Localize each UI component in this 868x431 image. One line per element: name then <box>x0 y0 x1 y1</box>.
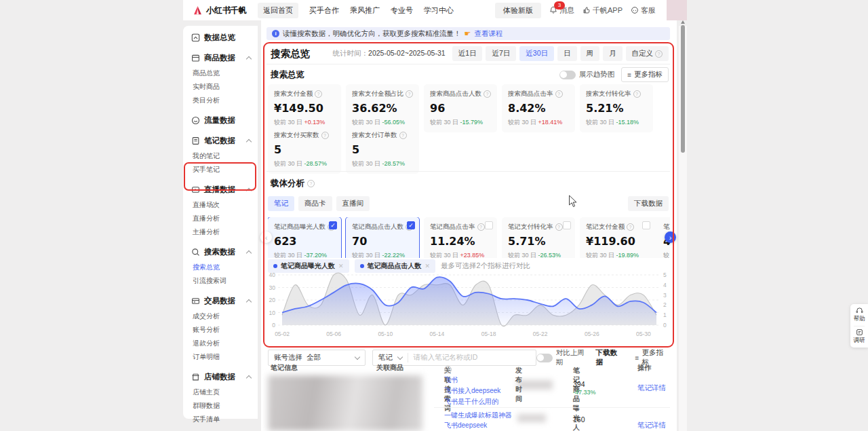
range-7d[interactable]: 近7日 <box>486 46 516 61</box>
sidebar-item-live-data[interactable]: 直播数据 <box>191 184 251 195</box>
range-30d[interactable]: 近30日 <box>519 46 554 61</box>
note-detail-link[interactable]: 笔记详情 <box>637 421 666 430</box>
row-divider <box>434 407 670 408</box>
sidebar-item-account-analysis[interactable]: 账号分析 <box>193 325 224 335</box>
metric-card[interactable]: 笔记支付转化率? 5.71% 较前 30 日 -26.53% <box>502 217 575 258</box>
metric-card[interactable]: 搜索商品点击率? 8.42% 较前 30 日 +18.41% <box>502 84 575 132</box>
carousel-prev-button[interactable]: ‹ <box>260 231 272 243</box>
metric-card[interactable]: 搜索商品点击人数? 96 较前 30 日 -15.79% <box>424 84 497 132</box>
sidebar-item-product-overview[interactable]: 商品总览 <box>193 69 224 78</box>
svg-text:1: 1 <box>663 312 667 318</box>
metric-value: 5.21% <box>586 102 647 115</box>
sidebar-item-order-detail[interactable]: 订单明细 <box>193 352 224 362</box>
sidebar-item-live-sessions[interactable]: 直播场次 <box>193 200 224 210</box>
help-button[interactable]: 帮助 <box>854 307 865 323</box>
tab-note[interactable]: 笔记 <box>268 196 294 211</box>
sidebar-item-buyer-notes[interactable]: 买手笔记 <box>193 165 224 174</box>
carousel-next-button[interactable]: › <box>665 231 676 243</box>
keyword-link[interactable]: 飞书 <box>444 375 458 385</box>
range-week[interactable]: 周 <box>580 46 600 61</box>
section-header: 搜索总览 统计时间：2025-05-02~2025-05-31 近1日 近7日 … <box>271 45 669 62</box>
publish-time-blurred <box>517 380 553 390</box>
sidebar-item-traffic-keywords[interactable]: 引流搜索词 <box>193 276 224 286</box>
sidebar-item-anchor-analysis[interactable]: 主播分析 <box>193 227 224 237</box>
chevron-up-icon[interactable] <box>246 187 252 193</box>
avatar[interactable] <box>667 0 687 20</box>
svg-text:5: 5 <box>663 271 667 278</box>
metric-card[interactable]: 笔记商品点击率? 11.24% 较前 30 日 +23.85% <box>424 217 497 258</box>
svg-text:30: 30 <box>269 284 276 291</box>
metric-value: 623 <box>274 235 335 248</box>
metric-card-selected[interactable]: ✓ 笔记商品曝光人数? 623 较前 30 日 -37.20% <box>268 217 342 258</box>
keyword-link[interactable]: 飞书是干什么用的 <box>444 397 498 407</box>
svg-text:4: 4 <box>663 282 667 288</box>
sidebar-item-my-notes[interactable]: 我的笔记 <box>193 151 224 161</box>
tab-live-room[interactable]: 直播间 <box>336 196 370 211</box>
sidebar-item-deal-analysis[interactable]: 成交分析 <box>193 312 224 321</box>
checkbox-checked-icon[interactable]: ✓ <box>407 221 415 229</box>
keyword-link[interactable]: 飞书接入deepseek <box>444 386 500 396</box>
chevron-up-icon[interactable] <box>246 138 252 144</box>
sidebar-item-search-data[interactable]: 搜索数据 <box>191 246 251 257</box>
chevron-up-icon[interactable] <box>246 250 252 255</box>
tab-product-card[interactable]: 商品卡 <box>298 196 332 211</box>
survey-button[interactable]: 调研 <box>854 329 865 345</box>
sidebar-item-note-data[interactable]: 笔记数据 <box>191 135 251 146</box>
chevron-up-icon[interactable] <box>246 56 252 61</box>
note-detail-link[interactable]: 笔记详情 <box>637 383 666 393</box>
trend-toggle[interactable] <box>559 71 576 79</box>
metric-card[interactable]: 搜索支付订单数? 5 较前 30 日 -28.57% <box>346 126 419 174</box>
scrollbar-thumb[interactable] <box>681 25 685 153</box>
range-custom[interactable]: 自定义? <box>626 46 669 61</box>
qianfan-app-button[interactable]: 千帆APP <box>583 5 623 16</box>
sidebar-item-groupchat-data[interactable]: 群聊数据 <box>193 401 224 411</box>
shop-icon <box>191 373 200 381</box>
nav-learning[interactable]: 学习中心 <box>424 5 454 16</box>
sidebar-item-product-data[interactable]: 商品数据 <box>191 52 251 63</box>
svg-text:05-22: 05-22 <box>533 331 548 337</box>
close-icon[interactable]: ✕ <box>425 263 431 269</box>
keyword-link[interactable]: 一键生成爆款标题神器 <box>444 411 512 420</box>
range-1d[interactable]: 近1日 <box>452 46 483 61</box>
sidebar-item-search-overview[interactable]: 搜索总览 <box>193 263 224 272</box>
sidebar-item-traffic-data[interactable]: 流量数据 <box>191 115 251 126</box>
checkbox-icon[interactable] <box>485 221 493 229</box>
sidebar-item-buyer-list[interactable]: 买手清单 <box>193 415 224 424</box>
sidebar-item-category-analysis[interactable]: 类目分析 <box>193 96 224 105</box>
close-icon[interactable]: ✕ <box>338 263 344 269</box>
nav-pro-account[interactable]: 专业号 <box>391 5 413 16</box>
keyword-link[interactable]: 飞书deepseek <box>444 421 487 430</box>
range-day[interactable]: 日 <box>557 46 577 61</box>
metric-card[interactable]: 搜索支付转化率? 5.21% 较前 30 日 -15.18% <box>580 84 653 132</box>
series-dot-icon <box>273 264 277 268</box>
sidebar-item-realtime-product[interactable]: 实时商品 <box>193 82 224 92</box>
more-metrics-button[interactable]: ≡更多指标 <box>621 67 669 82</box>
sidebar-item-refund-analysis[interactable]: 退款分析 <box>193 339 224 348</box>
checkbox-checked-icon[interactable]: ✓ <box>329 221 337 229</box>
sidebar-item-shop-data[interactable]: 店铺数据 <box>191 371 251 382</box>
nav-promo[interactable]: 乘风推广 <box>350 5 380 16</box>
metric-card-selected[interactable]: ✓ 笔记商品点击人数? 70 较前 30 日 -22.22% <box>345 217 420 258</box>
scrollbar-up-arrow[interactable] <box>681 20 685 24</box>
range-month[interactable]: 月 <box>603 46 623 61</box>
svg-text:05-14: 05-14 <box>430 331 445 337</box>
metric-card[interactable]: 搜索支付买家数? 5 较前 30 日 -28.57% <box>268 126 341 174</box>
chevron-up-icon[interactable] <box>246 375 252 380</box>
chevron-up-icon[interactable] <box>246 299 252 304</box>
checkbox-icon[interactable] <box>563 221 571 229</box>
metric-value: 5.71% <box>508 235 569 248</box>
view-course-link[interactable]: 查看课程 <box>474 29 502 39</box>
support-button[interactable]: 客服 <box>631 5 656 16</box>
download-data-button[interactable]: 下载数据 <box>628 196 669 211</box>
checkbox-icon[interactable] <box>642 221 650 229</box>
messages-button[interactable]: 3 消息 <box>549 5 574 16</box>
new-version-button[interactable]: 体验新版 <box>495 3 541 18</box>
sidebar-item-trade-data[interactable]: 交易数据 <box>191 295 251 306</box>
nav-buyer[interactable]: 买手合作 <box>309 5 339 16</box>
sidebar-item-data-overview[interactable]: 数据总览 <box>191 32 251 43</box>
sidebar-item-shop-homepage[interactable]: 店铺主页 <box>193 388 224 397</box>
sidebar: 数据总览 商品数据 商品总览 实时商品 类目分析 流量数据 笔记数据 我的笔记 … <box>183 26 258 419</box>
trend-chart: 01020304001234505-0205-0605-1005-1405-18… <box>264 271 671 341</box>
nav-home[interactable]: 返回首页 <box>258 3 298 18</box>
sidebar-item-live-analysis[interactable]: 直播分析 <box>193 214 224 223</box>
